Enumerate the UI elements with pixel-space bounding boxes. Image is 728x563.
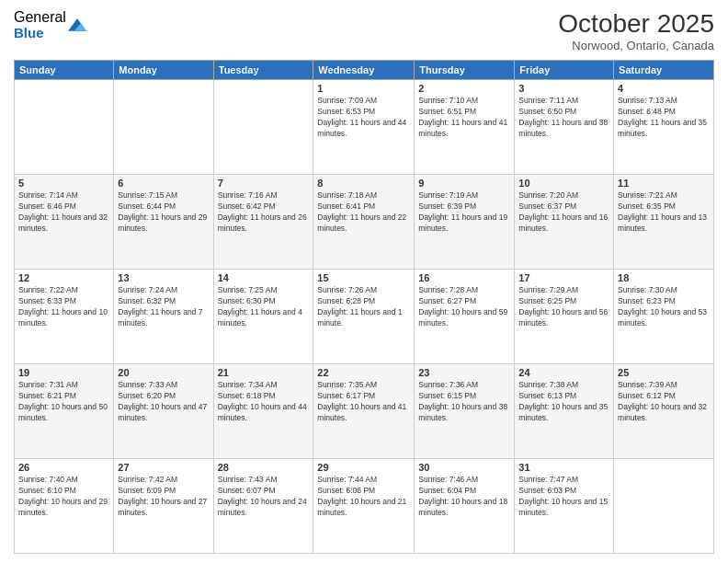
day-info: Sunrise: 7:31 AMSunset: 6:21 PMDaylight:… xyxy=(18,380,109,424)
day-number: 27 xyxy=(118,462,209,473)
day-info: Sunrise: 7:33 AMSunset: 6:20 PMDaylight:… xyxy=(118,380,209,424)
header: General Blue October 2025 Norwood, Ontar… xyxy=(14,9,714,52)
table-row xyxy=(15,80,114,175)
table-row xyxy=(614,459,714,554)
table-row: 4Sunrise: 7:13 AMSunset: 6:48 PMDaylight… xyxy=(614,80,714,175)
col-tuesday: Tuesday xyxy=(213,61,313,80)
table-row: 27Sunrise: 7:42 AMSunset: 6:09 PMDayligh… xyxy=(114,459,213,554)
col-friday: Friday xyxy=(515,61,614,80)
day-number: 7 xyxy=(218,178,310,189)
table-row: 28Sunrise: 7:43 AMSunset: 6:07 PMDayligh… xyxy=(213,459,313,554)
table-row: 26Sunrise: 7:40 AMSunset: 6:10 PMDayligh… xyxy=(15,459,114,554)
calendar-week-row: 1Sunrise: 7:09 AMSunset: 6:53 PMDaylight… xyxy=(15,80,714,175)
day-number: 10 xyxy=(518,178,609,189)
day-info: Sunrise: 7:43 AMSunset: 6:07 PMDaylight:… xyxy=(218,475,310,519)
day-number: 2 xyxy=(418,83,510,94)
day-number: 19 xyxy=(18,367,109,378)
table-row: 30Sunrise: 7:46 AMSunset: 6:04 PMDayligh… xyxy=(415,459,515,554)
calendar-week-row: 19Sunrise: 7:31 AMSunset: 6:21 PMDayligh… xyxy=(15,364,714,459)
table-row: 23Sunrise: 7:36 AMSunset: 6:15 PMDayligh… xyxy=(415,364,515,459)
day-number: 4 xyxy=(618,83,710,94)
logo-general: General xyxy=(14,9,66,26)
table-row: 14Sunrise: 7:25 AMSunset: 6:30 PMDayligh… xyxy=(213,270,313,364)
day-number: 16 xyxy=(418,272,510,283)
day-number: 15 xyxy=(317,272,410,283)
table-row: 13Sunrise: 7:24 AMSunset: 6:32 PMDayligh… xyxy=(114,270,213,364)
day-info: Sunrise: 7:35 AMSunset: 6:17 PMDaylight:… xyxy=(317,380,410,424)
table-row: 19Sunrise: 7:31 AMSunset: 6:21 PMDayligh… xyxy=(15,364,114,459)
day-number: 26 xyxy=(18,462,109,473)
day-number: 6 xyxy=(118,178,209,189)
table-row: 15Sunrise: 7:26 AMSunset: 6:28 PMDayligh… xyxy=(313,270,415,364)
col-saturday: Saturday xyxy=(614,61,714,80)
day-info: Sunrise: 7:28 AMSunset: 6:27 PMDaylight:… xyxy=(418,285,510,329)
table-row: 22Sunrise: 7:35 AMSunset: 6:17 PMDayligh… xyxy=(313,364,415,459)
col-thursday: Thursday xyxy=(415,61,515,80)
day-number: 12 xyxy=(18,272,109,283)
table-row: 21Sunrise: 7:34 AMSunset: 6:18 PMDayligh… xyxy=(213,364,313,459)
day-info: Sunrise: 7:29 AMSunset: 6:25 PMDaylight:… xyxy=(518,285,609,329)
calendar-week-row: 5Sunrise: 7:14 AMSunset: 6:46 PMDaylight… xyxy=(15,175,714,270)
table-row: 7Sunrise: 7:16 AMSunset: 6:42 PMDaylight… xyxy=(213,175,313,270)
day-info: Sunrise: 7:39 AMSunset: 6:12 PMDaylight:… xyxy=(618,380,710,424)
day-info: Sunrise: 7:46 AMSunset: 6:04 PMDaylight:… xyxy=(418,475,510,519)
day-info: Sunrise: 7:22 AMSunset: 6:33 PMDaylight:… xyxy=(18,285,109,329)
location: Norwood, Ontario, Canada xyxy=(558,39,714,52)
day-info: Sunrise: 7:47 AMSunset: 6:03 PMDaylight:… xyxy=(518,475,609,519)
logo-icon xyxy=(68,16,86,34)
table-row: 9Sunrise: 7:19 AMSunset: 6:39 PMDaylight… xyxy=(415,175,515,270)
day-info: Sunrise: 7:24 AMSunset: 6:32 PMDaylight:… xyxy=(118,285,209,329)
day-number: 14 xyxy=(218,272,310,283)
day-number: 5 xyxy=(18,178,109,189)
day-info: Sunrise: 7:13 AMSunset: 6:48 PMDaylight:… xyxy=(618,96,710,140)
day-number: 17 xyxy=(518,272,609,283)
day-number: 1 xyxy=(317,83,410,94)
day-number: 22 xyxy=(317,367,410,378)
day-info: Sunrise: 7:16 AMSunset: 6:42 PMDaylight:… xyxy=(218,190,310,235)
logo-blue: Blue xyxy=(14,26,66,41)
logo-text: General Blue xyxy=(14,9,66,40)
day-number: 30 xyxy=(418,462,510,473)
day-number: 25 xyxy=(618,367,710,378)
day-number: 23 xyxy=(418,367,510,378)
calendar-header-row: Sunday Monday Tuesday Wednesday Thursday… xyxy=(15,61,714,80)
table-row: 1Sunrise: 7:09 AMSunset: 6:53 PMDaylight… xyxy=(313,80,415,175)
day-number: 20 xyxy=(118,367,209,378)
day-info: Sunrise: 7:40 AMSunset: 6:10 PMDaylight:… xyxy=(18,475,109,519)
day-number: 24 xyxy=(518,367,609,378)
table-row: 6Sunrise: 7:15 AMSunset: 6:44 PMDaylight… xyxy=(114,175,213,270)
table-row: 12Sunrise: 7:22 AMSunset: 6:33 PMDayligh… xyxy=(15,270,114,364)
day-info: Sunrise: 7:44 AMSunset: 6:06 PMDaylight:… xyxy=(317,475,410,519)
table-row: 11Sunrise: 7:21 AMSunset: 6:35 PMDayligh… xyxy=(614,175,714,270)
table-row: 10Sunrise: 7:20 AMSunset: 6:37 PMDayligh… xyxy=(515,175,614,270)
table-row: 24Sunrise: 7:38 AMSunset: 6:13 PMDayligh… xyxy=(515,364,614,459)
table-row: 2Sunrise: 7:10 AMSunset: 6:51 PMDaylight… xyxy=(415,80,515,175)
day-info: Sunrise: 7:26 AMSunset: 6:28 PMDaylight:… xyxy=(317,285,410,329)
day-number: 29 xyxy=(317,462,410,473)
col-sunday: Sunday xyxy=(15,61,114,80)
day-info: Sunrise: 7:18 AMSunset: 6:41 PMDaylight:… xyxy=(317,190,410,235)
day-info: Sunrise: 7:21 AMSunset: 6:35 PMDaylight:… xyxy=(618,190,710,235)
table-row: 20Sunrise: 7:33 AMSunset: 6:20 PMDayligh… xyxy=(114,364,213,459)
table-row xyxy=(114,80,213,175)
logo: General Blue xyxy=(14,9,86,40)
day-info: Sunrise: 7:34 AMSunset: 6:18 PMDaylight:… xyxy=(218,380,310,424)
day-number: 21 xyxy=(218,367,310,378)
day-number: 11 xyxy=(618,178,710,189)
calendar-week-row: 26Sunrise: 7:40 AMSunset: 6:10 PMDayligh… xyxy=(15,459,714,554)
calendar-table: Sunday Monday Tuesday Wednesday Thursday… xyxy=(14,60,714,554)
table-row: 25Sunrise: 7:39 AMSunset: 6:12 PMDayligh… xyxy=(614,364,714,459)
calendar-body: 1Sunrise: 7:09 AMSunset: 6:53 PMDaylight… xyxy=(15,80,714,554)
day-number: 9 xyxy=(418,178,510,189)
day-info: Sunrise: 7:10 AMSunset: 6:51 PMDaylight:… xyxy=(418,96,510,140)
day-number: 31 xyxy=(518,462,609,473)
day-info: Sunrise: 7:30 AMSunset: 6:23 PMDaylight:… xyxy=(618,285,710,329)
col-monday: Monday xyxy=(114,61,213,80)
day-info: Sunrise: 7:20 AMSunset: 6:37 PMDaylight:… xyxy=(518,190,609,235)
day-info: Sunrise: 7:15 AMSunset: 6:44 PMDaylight:… xyxy=(118,190,209,235)
day-info: Sunrise: 7:14 AMSunset: 6:46 PMDaylight:… xyxy=(18,190,109,235)
table-row: 18Sunrise: 7:30 AMSunset: 6:23 PMDayligh… xyxy=(614,270,714,364)
day-info: Sunrise: 7:25 AMSunset: 6:30 PMDaylight:… xyxy=(218,285,310,329)
month-title: October 2025 xyxy=(558,9,714,39)
day-number: 13 xyxy=(118,272,209,283)
